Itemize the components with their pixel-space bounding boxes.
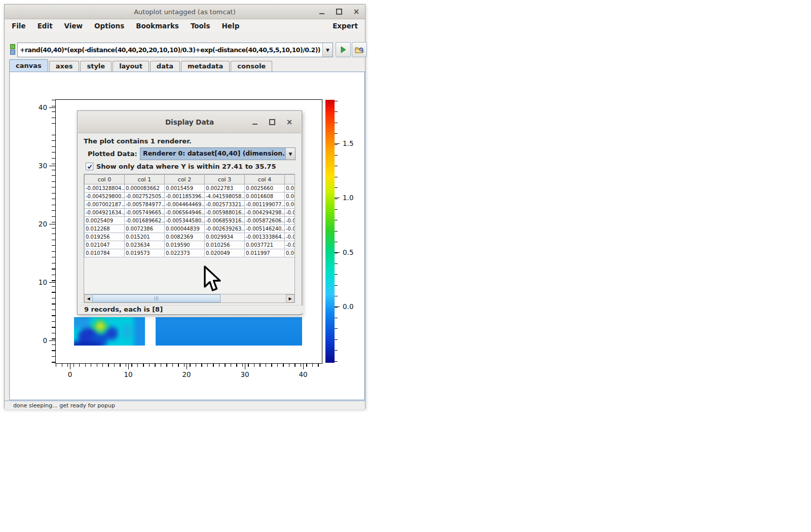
tab-data[interactable]: data	[150, 61, 180, 71]
table-cell[interactable]: 0.00	[285, 249, 296, 257]
table-cell[interactable]: -0.004464469...	[165, 201, 205, 209]
x-tick-label: 30	[235, 370, 255, 378]
table-cell[interactable]: 0.0016608	[245, 193, 285, 201]
maximize-icon[interactable]	[336, 8, 343, 15]
table-cell[interactable]: -0.0	[285, 225, 296, 233]
table-cell[interactable]: -0.0	[285, 241, 296, 249]
table-cell[interactable]: -4.041598058...	[205, 193, 245, 201]
scroll-right-icon[interactable]: ▶	[286, 294, 294, 302]
colorbar[interactable]	[325, 100, 335, 363]
tab-layout[interactable]: layout	[113, 61, 149, 71]
scrollbar-thumb[interactable]	[92, 294, 220, 302]
table-cell[interactable]: 0.0025660	[245, 184, 285, 193]
table-cell[interactable]: 0.000083662	[125, 184, 165, 193]
menu-item-file[interactable]: File	[12, 22, 26, 30]
horizontal-scrollbar[interactable]: ◀ ▶	[84, 294, 295, 303]
menu-item-bookmarks[interactable]: Bookmarks	[136, 22, 179, 30]
table-cell[interactable]: -0.005784977...	[125, 201, 165, 209]
table-cell[interactable]: -0.002752505...	[125, 193, 165, 201]
go-button[interactable]	[336, 42, 351, 57]
table-cell[interactable]: 0.00	[285, 193, 296, 201]
table-cell[interactable]: 0.010256	[205, 241, 245, 249]
table-cell[interactable]: 0.023634	[125, 241, 165, 249]
plotted-data-combobox[interactable]: Renderer 0: dataset[40,40] (dimension...…	[140, 147, 296, 160]
table-cell[interactable]: -0.004921634...	[85, 209, 125, 217]
table-col-header[interactable]: col 1	[125, 175, 165, 184]
tab-metadata[interactable]: metadata	[181, 61, 230, 71]
table-cell[interactable]: 0.0082369	[165, 233, 205, 241]
table-cell[interactable]: 0.0037721	[245, 241, 285, 249]
plotted-data-dropdown-button[interactable]: ▼	[285, 148, 295, 160]
table-col-header[interactable]	[285, 175, 296, 184]
menu-item-options[interactable]: Options	[94, 22, 124, 30]
menu-item-tools[interactable]: Tools	[191, 22, 210, 30]
table-cell[interactable]: -0.005988016...	[205, 209, 245, 217]
expert-toggle[interactable]: Expert	[333, 22, 358, 30]
window-titlebar[interactable]: Autoplot untagged (as tomcat) ×	[5, 5, 365, 19]
table-cell[interactable]: -0.005872606...	[245, 217, 285, 225]
display-data-dialog: Display Data × The plot contains 1 rende…	[77, 110, 302, 315]
menu-item-help[interactable]: Help	[222, 22, 240, 30]
menu-item-edit[interactable]: Edit	[38, 22, 53, 30]
close-icon[interactable]: ×	[353, 8, 360, 15]
table-cell[interactable]: 0.000044839	[165, 225, 205, 233]
table-cell[interactable]: 0.00	[285, 184, 296, 193]
table-cell[interactable]: 0.012268	[85, 225, 125, 233]
table-cell[interactable]: -0.001185396...	[165, 193, 205, 201]
table-cell[interactable]: 0.019256	[85, 233, 125, 241]
menu-item-view[interactable]: View	[64, 22, 83, 30]
minimize-icon[interactable]	[318, 8, 325, 15]
tab-console[interactable]: console	[231, 61, 272, 71]
data-table-scrollpane[interactable]: col 0col 1col 2col 3col 4 -0.001328804..…	[84, 174, 295, 295]
tab-style[interactable]: style	[80, 61, 112, 71]
x-major-tick	[128, 363, 129, 369]
table-cell[interactable]: -0.006564946...	[165, 209, 205, 217]
table-cell[interactable]: -0.005749665...	[125, 209, 165, 217]
table-cell[interactable]: 0.011997	[245, 249, 285, 257]
table-col-header[interactable]: col 4	[245, 175, 285, 184]
dialog-titlebar[interactable]: Display Data ×	[78, 111, 301, 133]
table-cell[interactable]: 0.0029934	[205, 233, 245, 241]
table-cell[interactable]: -0.002573321...	[205, 201, 245, 209]
table-cell[interactable]: -0.001328804...	[85, 184, 125, 193]
filter-checkbox[interactable]	[86, 163, 93, 170]
table-col-header[interactable]: col 3	[205, 175, 245, 184]
table-cell[interactable]: -0.007002187...	[85, 201, 125, 209]
table-col-header[interactable]: col 0	[85, 175, 125, 184]
table-cell[interactable]: -0.0	[285, 233, 296, 241]
table-cell[interactable]: 0.021047	[85, 241, 125, 249]
uri-input[interactable]	[18, 43, 322, 57]
table-cell[interactable]: -0.004529800...	[85, 193, 125, 201]
table-cell[interactable]: 0.010784	[85, 249, 125, 257]
table-cell[interactable]: -0.004294298...	[245, 209, 285, 217]
table-cell[interactable]: -0.005146240...	[245, 225, 285, 233]
tab-axes[interactable]: axes	[49, 61, 80, 71]
dialog-maximize-icon[interactable]	[269, 119, 276, 126]
table-cell[interactable]: -0.001199077...	[245, 201, 285, 209]
table-cell[interactable]: -0.0	[285, 209, 296, 217]
table-cell[interactable]: -0.001689662...	[125, 217, 165, 225]
table-col-header[interactable]: col 2	[165, 175, 205, 184]
table-cell[interactable]: 0.019590	[165, 241, 205, 249]
table-cell[interactable]: 0.0072386	[125, 225, 165, 233]
dialog-minimize-icon[interactable]	[251, 119, 259, 126]
table-cell[interactable]: 0.019573	[125, 249, 165, 257]
table-cell[interactable]: 0.0015459	[165, 184, 205, 193]
uri-dropdown-button[interactable]: ▼	[322, 43, 333, 57]
table-cell[interactable]: 0.00	[285, 201, 296, 209]
table-cell[interactable]: -0.001333864...	[245, 233, 285, 241]
table-cell[interactable]: -0.002639263...	[205, 225, 245, 233]
dialog-close-icon[interactable]: ×	[286, 119, 293, 126]
table-cell[interactable]: -0.006859316...	[205, 217, 245, 225]
y-major-tick	[49, 340, 55, 341]
browse-button[interactable]	[352, 42, 367, 57]
table-cell[interactable]: 0.015201	[125, 233, 165, 241]
table-cell[interactable]: 0.020049	[205, 249, 245, 257]
table-cell[interactable]: 0.0022783	[205, 184, 245, 193]
table-cell[interactable]: -0.0	[285, 217, 296, 225]
table-cell[interactable]: 0.0025409	[85, 217, 125, 225]
scroll-left-icon[interactable]: ◀	[84, 294, 93, 302]
table-cell[interactable]: 0.022373	[165, 249, 205, 257]
tab-canvas[interactable]: canvas	[9, 59, 48, 71]
table-cell[interactable]: -0.005344580...	[165, 217, 205, 225]
